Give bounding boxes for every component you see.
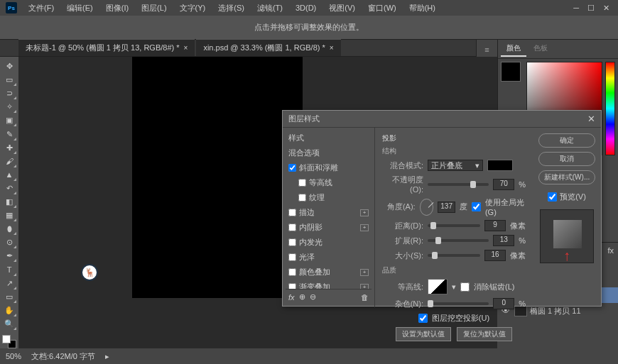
chevron-down-icon[interactable]: ▾ bbox=[452, 282, 456, 292]
tab-close-icon[interactable]: × bbox=[184, 44, 188, 52]
contour-checkbox[interactable] bbox=[298, 179, 306, 187]
inner-shadow-checkbox[interactable] bbox=[288, 224, 296, 231]
hue-slider[interactable] bbox=[605, 62, 615, 155]
style-color-overlay[interactable]: 颜色叠加+ bbox=[286, 265, 372, 280]
arrow-down-icon[interactable]: ⊖ bbox=[310, 292, 316, 302]
minimize-icon[interactable]: ─ bbox=[573, 4, 579, 13]
style-stroke[interactable]: 描边+ bbox=[286, 205, 372, 220]
preview-checkbox[interactable] bbox=[548, 192, 557, 202]
menu-image[interactable]: 图像(I) bbox=[100, 1, 134, 15]
document-canvas[interactable] bbox=[132, 57, 303, 298]
menu-3d[interactable]: 3D(D) bbox=[290, 2, 322, 13]
hand-tool[interactable]: ✋ bbox=[1, 304, 17, 317]
tab-color[interactable]: 颜色 bbox=[501, 41, 526, 57]
heal-tool[interactable]: ✚ bbox=[1, 141, 17, 155]
style-inner-shadow[interactable]: 内阴影+ bbox=[286, 220, 372, 235]
knockout-checkbox[interactable] bbox=[418, 314, 428, 323]
make-default-button[interactable]: 设置为默认值 bbox=[396, 327, 451, 341]
dodge-tool[interactable]: ⊙ bbox=[1, 236, 17, 249]
menu-edit[interactable]: 编辑(E) bbox=[61, 1, 99, 15]
style-satin[interactable]: 光泽 bbox=[286, 250, 372, 265]
color-swatches[interactable] bbox=[2, 335, 16, 348]
eraser-tool[interactable]: ◧ bbox=[1, 195, 17, 209]
document-tab-2[interactable]: xin.psd @ 33.3% (椭圆 1, RGB/8) * × bbox=[196, 39, 340, 56]
color-overlay-checkbox[interactable] bbox=[288, 268, 296, 276]
eyedropper-tool[interactable]: ✎ bbox=[1, 127, 17, 140]
shape-tool[interactable]: ▭ bbox=[1, 290, 17, 304]
distance-value[interactable]: 9 bbox=[484, 220, 506, 231]
style-bevel[interactable]: 斜面和浮雕 bbox=[286, 160, 372, 175]
brush-tool[interactable]: 🖌 bbox=[1, 155, 17, 168]
cancel-button[interactable]: 取消 bbox=[538, 152, 595, 166]
size-value[interactable]: 16 bbox=[484, 250, 506, 261]
distance-slider[interactable] bbox=[428, 224, 480, 227]
dialog-titlebar[interactable]: 图层样式 ✕ bbox=[283, 111, 601, 128]
menu-filter[interactable]: 滤镜(T) bbox=[251, 1, 288, 15]
inner-glow-checkbox[interactable] bbox=[288, 238, 296, 246]
lasso-tool[interactable]: ⊃ bbox=[1, 87, 17, 100]
current-color-swatch[interactable] bbox=[501, 62, 521, 82]
maximize-icon[interactable]: ☐ bbox=[587, 4, 595, 13]
reset-default-button[interactable]: 复位为默认值 bbox=[457, 327, 512, 341]
menu-window[interactable]: 窗口(W) bbox=[362, 1, 402, 15]
blur-tool[interactable]: ⬮ bbox=[1, 222, 17, 236]
noise-slider[interactable] bbox=[428, 302, 489, 305]
opacity-value[interactable]: 70 bbox=[493, 179, 514, 190]
menu-layer[interactable]: 图层(L) bbox=[136, 1, 172, 15]
zoom-tool[interactable]: 🔍 bbox=[1, 317, 17, 331]
history-brush-tool[interactable]: ↶ bbox=[1, 182, 17, 195]
fg-color-swatch[interactable] bbox=[2, 335, 11, 343]
shadow-color-chip[interactable] bbox=[487, 160, 513, 171]
new-style-button[interactable]: 新建样式(W)... bbox=[538, 170, 595, 184]
opacity-slider[interactable] bbox=[428, 183, 489, 186]
spread-slider[interactable] bbox=[428, 239, 489, 242]
noise-value[interactable]: 0 bbox=[493, 298, 514, 309]
crop-tool[interactable]: ▣ bbox=[1, 114, 17, 127]
style-gradient-overlay[interactable]: 渐变叠加+ bbox=[286, 280, 372, 289]
close-icon[interactable]: ✕ bbox=[603, 4, 609, 13]
stamp-tool[interactable]: ▲ bbox=[1, 168, 17, 182]
add-icon[interactable]: + bbox=[360, 209, 369, 216]
menu-type[interactable]: 文字(Y) bbox=[174, 1, 212, 15]
texture-checkbox[interactable] bbox=[298, 194, 306, 202]
global-light-checkbox[interactable] bbox=[472, 202, 481, 211]
path-tool[interactable]: ↗ bbox=[1, 277, 17, 290]
satin-checkbox[interactable] bbox=[288, 253, 296, 261]
angle-value[interactable]: 137 bbox=[438, 202, 455, 213]
blending-options[interactable]: 混合选项 bbox=[286, 145, 372, 160]
zoom-level[interactable]: 50% bbox=[6, 352, 21, 360]
trash-icon[interactable]: 🗑 bbox=[361, 293, 369, 302]
marquee-tool[interactable]: ▭ bbox=[1, 73, 17, 87]
menu-help[interactable]: 帮助(H) bbox=[403, 1, 441, 15]
styles-header[interactable]: 样式 bbox=[286, 131, 372, 145]
pen-tool[interactable]: ✒ bbox=[1, 249, 17, 263]
add-icon[interactable]: + bbox=[360, 224, 369, 231]
style-contour[interactable]: 等高线 bbox=[286, 175, 372, 190]
stroke-checkbox[interactable] bbox=[288, 209, 296, 216]
angle-dial[interactable] bbox=[420, 199, 434, 216]
type-tool[interactable]: T bbox=[1, 263, 17, 276]
gradient-overlay-checkbox[interactable] bbox=[288, 283, 296, 289]
move-tool[interactable]: ✥ bbox=[1, 60, 17, 73]
antialias-checkbox[interactable] bbox=[460, 282, 470, 292]
tab-swatches[interactable]: 色板 bbox=[528, 41, 553, 57]
menu-view[interactable]: 视图(V) bbox=[323, 1, 361, 15]
menu-select[interactable]: 选择(S) bbox=[212, 1, 250, 15]
bevel-checkbox[interactable] bbox=[288, 164, 296, 172]
history-icon[interactable]: ≡ bbox=[481, 44, 494, 55]
chevron-right-icon[interactable]: ▸ bbox=[105, 352, 109, 361]
ok-button[interactable]: 确定 bbox=[538, 133, 595, 148]
add-icon[interactable]: + bbox=[360, 284, 369, 289]
menu-file[interactable]: 文件(F) bbox=[23, 1, 60, 15]
gradient-tool[interactable]: ▦ bbox=[1, 209, 17, 222]
tab-close-icon[interactable]: × bbox=[330, 44, 334, 52]
dialog-close-icon[interactable]: ✕ bbox=[587, 114, 595, 124]
blend-mode-select[interactable]: 正片叠底▾ bbox=[428, 160, 483, 171]
add-icon[interactable]: + bbox=[360, 269, 369, 276]
size-slider[interactable] bbox=[428, 254, 480, 257]
spread-value[interactable]: 13 bbox=[493, 235, 514, 246]
arrow-up-icon[interactable]: ⊕ bbox=[299, 292, 305, 302]
style-texture[interactable]: 纹理 bbox=[286, 190, 372, 205]
contour-picker[interactable] bbox=[428, 279, 448, 294]
style-inner-glow[interactable]: 内发光 bbox=[286, 235, 372, 250]
